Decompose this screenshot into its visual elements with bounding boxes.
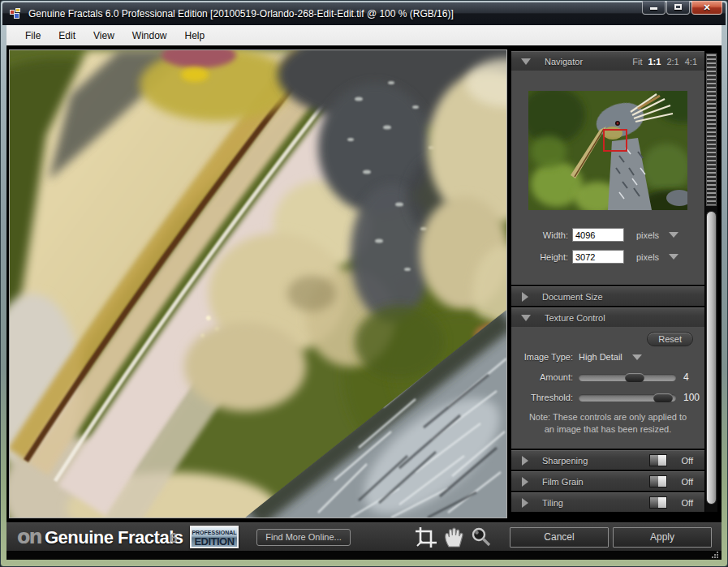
threshold-slider[interactable] (579, 394, 676, 402)
height-label: Height: (511, 252, 568, 262)
expand-triangle-icon[interactable] (522, 456, 528, 466)
hand-tool-icon (442, 526, 466, 549)
scrollbar-thumb[interactable] (706, 211, 717, 505)
texture-control-body: Reset Image Type: High Detail Amount: 4 … (511, 327, 704, 449)
close-button[interactable]: ✕ (691, 1, 722, 15)
brand-version-number: 6 (170, 530, 177, 547)
sharpening-off-label: Off (682, 456, 693, 466)
sharpening-toggle[interactable] (649, 454, 667, 466)
reset-button[interactable]: Reset (647, 332, 693, 346)
height-unit-chevron-down-icon[interactable] (669, 254, 678, 260)
app-icon (10, 8, 22, 19)
minimize-icon (650, 7, 657, 10)
crop-tool-icon (414, 526, 438, 549)
zoom-option-4-1[interactable]: 4:1 (685, 57, 697, 67)
film-grain-title: Film Grain (542, 477, 584, 487)
threshold-value: 100 (683, 392, 700, 403)
height-unit-label: pixels (636, 252, 659, 262)
expand-triangle-icon[interactable] (522, 292, 528, 302)
width-unit-chevron-down-icon[interactable] (669, 232, 678, 238)
height-field[interactable] (572, 250, 624, 264)
brand-title: Genuine Fractals (45, 527, 183, 548)
maximize-icon (674, 4, 682, 10)
panel-scrollbar[interactable] (705, 53, 717, 512)
tiling-off-label: Off (682, 498, 693, 508)
width-label: Width: (511, 230, 568, 240)
menu-item-window[interactable]: Window (123, 27, 176, 45)
threshold-slider-handle[interactable] (653, 393, 673, 402)
zoom-tool-icon (469, 526, 493, 549)
bottom-toolbar: on Genuine Fractals 6 PROFESSIONAL EDITI… (6, 522, 722, 551)
cancel-button[interactable]: Cancel (510, 527, 609, 548)
resize-grip[interactable] (717, 552, 718, 553)
threshold-label: Threshold: (511, 393, 573, 402)
note-line1: Note: These controls are only applied to (511, 411, 704, 423)
hand-tool-button[interactable] (442, 526, 466, 549)
film-grain-header[interactable]: Film Grain Off (511, 471, 704, 491)
onone-logo: on (17, 526, 41, 548)
main-content-area: Navigator Fit 1:1 2:1 4:1 (6, 45, 722, 560)
width-row: Width: pixels (511, 228, 704, 242)
navigator-zoom-options: Fit 1:1 2:1 4:1 (632, 57, 697, 67)
edition-badge: PROFESSIONAL EDITION (190, 526, 239, 548)
tiling-title: Tiling (542, 498, 563, 508)
menu-item-edit[interactable]: Edit (50, 27, 84, 45)
collapse-triangle-icon[interactable] (521, 315, 531, 321)
width-field[interactable] (572, 228, 624, 242)
menu-item-help[interactable]: Help (176, 27, 214, 45)
expand-triangle-icon[interactable] (522, 498, 528, 508)
navigator-body: Width: pixels Height: pixels (511, 71, 704, 285)
navigator-thumbnail[interactable] (528, 91, 687, 210)
height-row: Height: pixels (511, 250, 704, 264)
canvas-photo (10, 50, 506, 518)
collapse-triangle-icon[interactable] (521, 58, 531, 65)
zoom-option-2-1[interactable]: 2:1 (666, 57, 678, 67)
threshold-row: Threshold: 100 (511, 392, 704, 403)
amount-slider-handle[interactable] (625, 373, 644, 382)
close-icon: ✕ (692, 1, 722, 14)
find-more-online-button[interactable]: Find More Online... (256, 529, 351, 546)
amount-label: Amount: (511, 372, 573, 382)
minimize-button[interactable] (642, 1, 666, 15)
zoom-option-fit[interactable]: Fit (632, 57, 642, 67)
menu-item-file[interactable]: File (16, 27, 50, 45)
film-grain-off-label: Off (682, 477, 693, 487)
sharpening-title: Sharpening (542, 456, 588, 466)
crop-tool-button[interactable] (414, 526, 438, 549)
amount-slider[interactable] (579, 374, 676, 381)
zoom-tool-button[interactable] (469, 526, 493, 549)
amount-value: 4 (683, 372, 689, 383)
image-canvas[interactable] (9, 49, 507, 518)
navigator-title: Navigator (545, 57, 583, 67)
tiling-header[interactable]: Tiling Off (511, 492, 704, 512)
window-title: Genuine Fractals 6.0 Professional Editio… (28, 8, 454, 19)
badge-line2: EDITION (192, 536, 237, 547)
document-size-title: Document Size (542, 292, 603, 302)
apply-button[interactable]: Apply (613, 527, 712, 548)
zoom-option-1-1[interactable]: 1:1 (648, 57, 661, 67)
expand-triangle-icon[interactable] (522, 477, 528, 487)
note-text: Note: These controls are only applied to… (511, 411, 704, 436)
width-unit-label: pixels (636, 230, 659, 240)
tiling-toggle[interactable] (649, 496, 667, 509)
title-bar[interactable]: Genuine Fractals 6.0 Professional Editio… (2, 2, 726, 25)
navigator-panel-header[interactable]: Navigator Fit 1:1 2:1 4:1 (511, 51, 704, 71)
status-bar (6, 551, 722, 560)
texture-control-header[interactable]: Texture Control (511, 307, 704, 327)
menu-bar: File Edit View Window Help (6, 25, 722, 45)
scrollbar-track-stripes[interactable] (706, 54, 717, 206)
menu-item-view[interactable]: View (84, 27, 123, 45)
texture-control-title: Texture Control (545, 313, 605, 323)
note-line2: an image that has been resized. (511, 423, 704, 436)
image-type-chevron-down-icon[interactable] (632, 354, 642, 360)
film-grain-toggle[interactable] (649, 475, 667, 488)
right-panel-column: Navigator Fit 1:1 2:1 4:1 (511, 51, 704, 513)
application-window: Genuine Fractals 6.0 Professional Editio… (0, 0, 728, 567)
maximize-button[interactable] (666, 1, 690, 15)
document-size-header[interactable]: Document Size (511, 286, 704, 306)
image-type-row: Image Type: High Detail (511, 352, 704, 362)
image-type-value[interactable]: High Detail (579, 352, 622, 362)
image-type-label: Image Type: (511, 352, 573, 362)
sharpening-header[interactable]: Sharpening Off (511, 450, 704, 470)
amount-row: Amount: 4 (511, 372, 704, 383)
